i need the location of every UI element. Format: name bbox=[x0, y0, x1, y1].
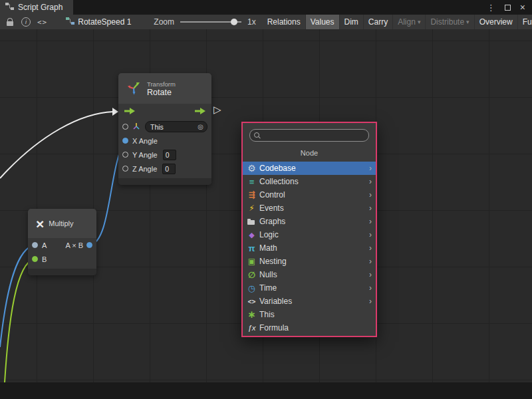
dim-button[interactable]: Dim bbox=[340, 15, 364, 29]
chevron-right-icon: › bbox=[369, 283, 372, 293]
relations-button[interactable]: Relations bbox=[263, 15, 306, 29]
finder-item-label: Logic bbox=[259, 230, 279, 239]
finder-item-label: Codebase bbox=[259, 164, 296, 173]
chevron-right-icon: › bbox=[369, 164, 372, 173]
finder-item-label: Time bbox=[259, 283, 277, 293]
finder-item-codebase[interactable]: ⚙ Codebase › bbox=[243, 162, 376, 175]
distribute-button[interactable]: Distribute▾ bbox=[426, 15, 474, 29]
carry-button[interactable]: Carry bbox=[364, 15, 393, 29]
graph-canvas[interactable]: Transform Rotate This ◎ X Angle bbox=[0, 29, 532, 382]
x-angle-port[interactable] bbox=[122, 138, 128, 144]
z-angle-port[interactable] bbox=[122, 166, 128, 172]
target-object-field[interactable]: This ◎ bbox=[145, 121, 207, 132]
output-label: A × B bbox=[65, 241, 83, 249]
finder-search-input[interactable] bbox=[263, 131, 364, 140]
lock-icon[interactable] bbox=[7, 21, 13, 26]
input-a-port[interactable] bbox=[32, 242, 38, 248]
finder-item-nesting[interactable]: ▣ Nesting › bbox=[243, 255, 376, 268]
logic-icon: ◆ bbox=[247, 230, 257, 240]
finder-item-label: Events bbox=[259, 203, 284, 213]
z-angle-input[interactable] bbox=[162, 164, 176, 174]
zoom-slider-handle[interactable] bbox=[231, 19, 237, 25]
graph-asset-icon bbox=[66, 17, 74, 27]
finder-item-label: Nulls bbox=[259, 270, 277, 279]
input-b-port[interactable] bbox=[32, 256, 38, 262]
code-view-icon[interactable]: <> bbox=[37, 18, 47, 27]
chevron-right-icon: › bbox=[369, 270, 372, 279]
finder-item-events[interactable]: ⚡ Events › bbox=[243, 201, 376, 215]
node-category-label: Transform bbox=[147, 80, 176, 88]
finder-item-label: Math bbox=[259, 243, 277, 253]
multiply-icon: × bbox=[36, 217, 44, 231]
y-angle-port[interactable] bbox=[122, 152, 128, 158]
z-angle-label: Z Angle bbox=[132, 165, 157, 173]
output-port[interactable] bbox=[86, 242, 92, 248]
finder-item-formula[interactable]: ƒx Formula bbox=[243, 321, 376, 334]
formula-fx-icon: ƒx bbox=[247, 323, 257, 333]
zoom-label: Zoom bbox=[154, 17, 174, 27]
finder-item-time[interactable]: ◷ Time › bbox=[243, 281, 376, 295]
node-footer bbox=[118, 178, 211, 185]
bottom-strip bbox=[0, 382, 532, 399]
finder-item-nulls[interactable]: ∅ Nulls › bbox=[243, 268, 376, 281]
finder-item-math[interactable]: π Math › bbox=[243, 241, 376, 255]
node-title: Rotate bbox=[147, 88, 176, 97]
control-flow-icon: ⇶ bbox=[247, 190, 257, 200]
multiply-node-header[interactable]: × Multiply bbox=[28, 209, 96, 238]
finder-search-box[interactable] bbox=[249, 129, 369, 142]
window-tab-bar: Script Graph ⋮ × bbox=[0, 0, 532, 15]
finder-item-collections[interactable]: ≡ Collections › bbox=[243, 175, 376, 188]
flow-output-port[interactable] bbox=[194, 107, 206, 116]
rotate-node[interactable]: Transform Rotate This ◎ X Angle bbox=[118, 73, 211, 185]
object-picker-icon[interactable]: ◎ bbox=[198, 123, 203, 130]
finder-item-this[interactable]: ∗ This bbox=[243, 308, 376, 321]
graph-toolbar: <> RotateSpeed 1 Zoom 1x Relations Value… bbox=[0, 15, 532, 29]
fullscreen-button[interactable]: Full Screen bbox=[518, 15, 532, 29]
zoom-slider[interactable] bbox=[180, 21, 241, 23]
rotate-node-header[interactable]: Transform Rotate bbox=[118, 73, 211, 104]
node-finder-popup: Node ⚙ Codebase › ≡ Collections › ⇶ Cont… bbox=[241, 122, 377, 337]
finder-item-label: Collections bbox=[259, 177, 299, 186]
y-angle-input[interactable] bbox=[163, 150, 176, 160]
chevron-right-icon: › bbox=[369, 177, 372, 186]
chevron-down-icon: ▾ bbox=[466, 19, 469, 25]
target-value: This bbox=[150, 123, 164, 131]
y-angle-label: Y Angle bbox=[132, 151, 158, 159]
this-star-icon: ∗ bbox=[247, 310, 257, 320]
chevron-down-icon: ▾ bbox=[418, 19, 421, 25]
finder-item-label: Formula bbox=[259, 323, 289, 332]
finder-item-control[interactable]: ⇶ Control › bbox=[243, 188, 376, 201]
overview-button[interactable]: Overview bbox=[475, 15, 518, 29]
align-label: Align bbox=[398, 17, 416, 27]
chevron-right-icon: › bbox=[369, 243, 372, 253]
multiply-node[interactable]: × Multiply A A × B B bbox=[28, 209, 96, 275]
chevron-right-icon: › bbox=[369, 297, 372, 306]
input-b-label: B bbox=[42, 255, 47, 263]
collections-list-icon: ≡ bbox=[247, 177, 257, 187]
finder-item-logic[interactable]: ◆ Logic › bbox=[243, 228, 376, 241]
target-port[interactable] bbox=[122, 124, 128, 130]
graphs-folder-icon bbox=[247, 217, 257, 227]
time-clock-icon: ◷ bbox=[247, 283, 257, 293]
chevron-right-icon: › bbox=[369, 257, 372, 266]
chevron-right-icon: › bbox=[369, 217, 372, 226]
search-icon bbox=[254, 132, 260, 138]
distribute-label: Distribute bbox=[430, 17, 464, 27]
align-button[interactable]: Align▾ bbox=[393, 15, 426, 29]
zoom-value: 1x bbox=[247, 17, 256, 27]
transform-gizmo-icon bbox=[126, 80, 141, 96]
maximize-icon[interactable] bbox=[505, 5, 511, 11]
window-menu-icon[interactable]: ⋮ bbox=[487, 3, 495, 12]
finder-item-graphs[interactable]: Graphs › bbox=[243, 215, 376, 228]
flow-input-port[interactable] bbox=[124, 107, 136, 116]
graph-breadcrumb[interactable]: RotateSpeed 1 bbox=[66, 17, 131, 27]
info-icon[interactable] bbox=[21, 17, 31, 27]
events-lightning-icon: ⚡ bbox=[247, 203, 257, 213]
close-icon[interactable]: × bbox=[520, 3, 525, 12]
tab-script-graph[interactable]: Script Graph bbox=[0, 0, 73, 15]
tab-title: Script Graph bbox=[18, 3, 63, 12]
x-angle-label: X Angle bbox=[132, 137, 158, 145]
chevron-right-icon: › bbox=[369, 203, 372, 213]
values-button[interactable]: Values bbox=[306, 15, 340, 29]
finder-item-variables[interactable]: <> Variables › bbox=[243, 295, 376, 308]
